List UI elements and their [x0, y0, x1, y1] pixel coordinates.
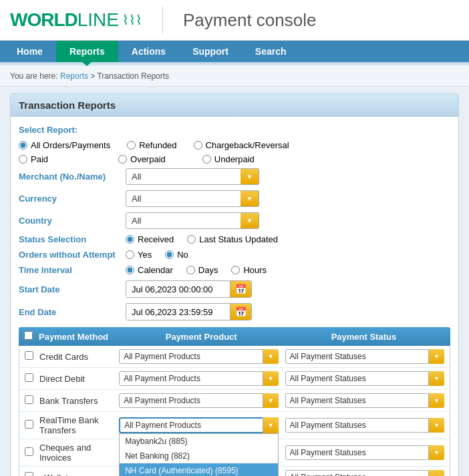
status-last-updated[interactable]: Last Status Updated [187, 234, 278, 244]
report-overpaid[interactable]: Overpaid [118, 154, 166, 164]
logo-divider [162, 7, 163, 33]
status-select-realtime[interactable]: All Payment Statuses [285, 418, 444, 433]
transaction-reports-panel: Transaction Reports Select Report: All O… [10, 93, 459, 476]
currency-control: All [126, 190, 450, 207]
status-direct-debit: All Payment Statuses [282, 371, 444, 386]
panel-body: Select Report: All Orders/Payments Refun… [11, 117, 458, 476]
status-select-bank-transfers[interactable]: All Payment Statuses [285, 393, 444, 408]
report-chargeback[interactable]: Chargeback/Reversal [194, 140, 289, 150]
country-label: Country [19, 216, 126, 226]
product-realtime: Maybank2u (885) Net Banking (882) NH Car… [119, 417, 281, 433]
dropdown-item-net-banking[interactable]: Net Banking (882) [120, 449, 277, 463]
status-cheques: All Payment Statuses [282, 445, 444, 460]
product-select-credit-cards[interactable]: All Payment Products [119, 349, 278, 364]
status-select-ewallets[interactable]: All Payment Statuses [285, 470, 444, 476]
logo: WORLDLINE ⌇⌇⌇ [10, 9, 142, 31]
currency-label: Currency [19, 194, 126, 204]
select-report-label: Select Report: [19, 125, 450, 135]
status-bank-transfers: All Payment Statuses [282, 393, 444, 408]
attempt-no[interactable]: No [165, 250, 188, 260]
start-date-wrap [126, 280, 252, 298]
orders-without-attempt-label: Orders without Attempt [19, 250, 126, 260]
currency-select-wrap: All [126, 190, 259, 207]
breadcrumb-current: Transaction Reports [97, 71, 169, 81]
attempt-yes[interactable]: Yes [126, 250, 152, 260]
row-checkbox-direct-debit[interactable] [25, 373, 33, 382]
status-select-credit-cards[interactable]: All Payment Statuses [285, 349, 444, 364]
start-date-label: Start Date [19, 284, 126, 294]
country-control: All [126, 212, 450, 229]
logo-world: WORLD [10, 9, 77, 31]
table-row: Bank Transfers All Payment Products All … [19, 390, 450, 412]
country-select[interactable]: All [126, 212, 259, 229]
time-interval-label: Time Interval [19, 265, 126, 275]
method-realtime: RealTime Bank Transfers [39, 415, 119, 435]
report-all-orders[interactable]: All Orders/Payments [19, 140, 110, 150]
row-checkbox-cheques[interactable] [25, 447, 33, 456]
method-bank-transfers: Bank Transfers [39, 396, 119, 406]
product-bank-transfers: All Payment Products [119, 393, 281, 408]
nav-bar: Home Reports Actions Support Search [0, 41, 469, 62]
product-select-direct-debit[interactable]: All Payment Products [119, 371, 278, 386]
status-select-cheques[interactable]: All Payment Statuses [285, 445, 444, 460]
merchant-select[interactable]: All [126, 168, 259, 185]
dropdown-item-nh-card[interactable]: NH Card (Authenticated) (8595) [120, 463, 277, 476]
logo-waves: ⌇⌇⌇ [122, 12, 142, 28]
th-payment-product: Payment Product [120, 332, 283, 342]
payment-table-header: Payment Method Payment Product Payment S… [19, 327, 450, 346]
start-date-row: Start Date [19, 280, 450, 298]
status-options: Received Last Status Updated [126, 234, 278, 244]
payment-table-body: Credit Cards All Payment Products All Pa… [19, 346, 450, 476]
time-hours[interactable]: Hours [231, 265, 267, 275]
product-credit-cards: All Payment Products [119, 349, 281, 364]
nav-search[interactable]: Search [242, 41, 300, 62]
report-row-1: All Orders/Payments Refunded Chargeback/… [19, 140, 450, 150]
status-ewallets: All Payment Statuses [282, 470, 444, 476]
th-payment-method: Payment Method [39, 332, 120, 342]
report-underpaid[interactable]: Underpaid [202, 154, 255, 164]
end-date-input[interactable] [126, 304, 230, 320]
status-selection-label: Status Selection [19, 234, 126, 244]
dropdown-scroll: Maybank2u (885) Net Banking (882) NH Car… [120, 434, 277, 476]
select-all-checkbox[interactable] [24, 331, 33, 340]
nav-actions[interactable]: Actions [118, 41, 179, 62]
currency-select[interactable]: All [126, 190, 259, 207]
report-row-2: Paid Overpaid Underpaid [19, 154, 450, 164]
product-dropdown-realtime: Maybank2u (885) Net Banking (882) NH Car… [119, 433, 278, 476]
time-interval-row: Time Interval Calendar Days Hours [19, 265, 450, 275]
status-select-direct-debit[interactable]: All Payment Statuses [285, 371, 444, 386]
method-direct-debit: Direct Debit [39, 374, 119, 384]
product-select-bank-transfers[interactable]: All Payment Products [119, 393, 278, 408]
start-date-input[interactable] [126, 282, 230, 297]
end-date-wrap [126, 303, 252, 320]
merchant-control: All [126, 168, 450, 185]
nav-reports[interactable]: Reports [56, 41, 118, 62]
nav-support[interactable]: Support [179, 41, 242, 62]
end-date-calendar-icon[interactable] [230, 304, 251, 320]
dropdown-item-maybank[interactable]: Maybank2u (885) [120, 434, 277, 449]
method-ewallets: eWallets [39, 473, 119, 477]
th-checkbox [24, 331, 39, 342]
nav-home[interactable]: Home [3, 41, 56, 62]
breadcrumb-reports[interactable]: Reports [60, 71, 88, 81]
row-checkbox-credit-cards[interactable] [25, 351, 33, 360]
status-credit-cards: All Payment Statuses [282, 349, 444, 364]
breadcrumb-prefix: You are here: [10, 71, 58, 81]
time-options: Calendar Days Hours [126, 265, 267, 275]
start-date-calendar-icon[interactable] [230, 281, 251, 297]
report-paid[interactable]: Paid [19, 154, 48, 164]
country-row: Country All [19, 212, 450, 229]
table-row: Credit Cards All Payment Products All Pa… [19, 346, 450, 368]
product-input-realtime[interactable] [119, 417, 278, 433]
table-row: Direct Debit All Payment Products All Pa… [19, 368, 450, 390]
country-select-wrap: All [126, 212, 259, 229]
row-checkbox-bank-transfers[interactable] [25, 395, 33, 404]
row-checkbox-realtime[interactable] [25, 420, 33, 429]
report-refunded[interactable]: Refunded [127, 140, 176, 150]
row-checkbox-ewallets[interactable] [25, 472, 33, 476]
time-calendar[interactable]: Calendar [126, 265, 173, 275]
status-received[interactable]: Received [126, 234, 174, 244]
breadcrumb: You are here: Reports > Transaction Repo… [0, 66, 469, 87]
time-days[interactable]: Days [186, 265, 218, 275]
status-realtime: All Payment Statuses [282, 418, 444, 433]
